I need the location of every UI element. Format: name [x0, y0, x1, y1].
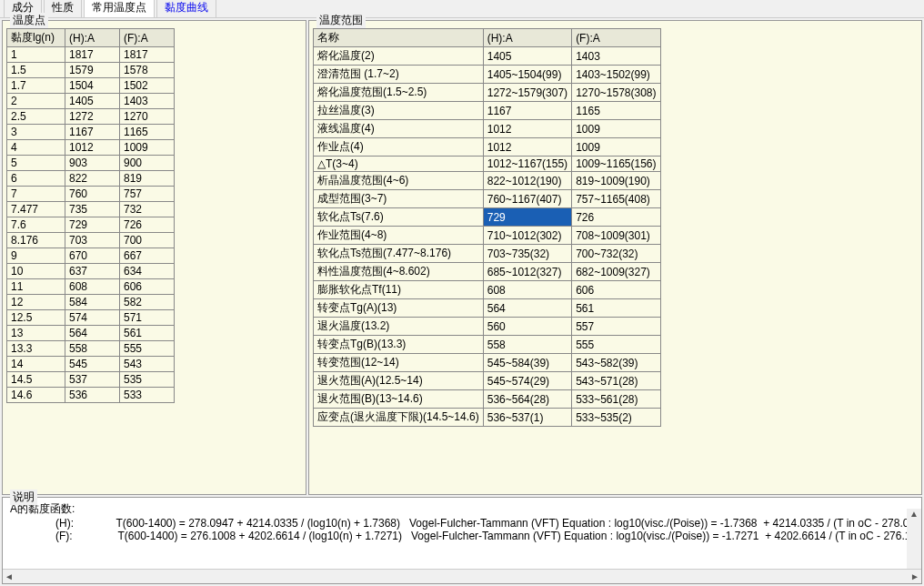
- table-cell[interactable]: 634: [120, 264, 175, 279]
- table-row[interactable]: 6822819: [7, 171, 175, 187]
- scroll-right-icon[interactable]: ►: [910, 571, 919, 581]
- right-col-header[interactable]: (H):A: [483, 29, 571, 47]
- table-cell[interactable]: 1009: [120, 140, 175, 156]
- table-cell[interactable]: 1405: [65, 94, 120, 109]
- table-cell[interactable]: 819~1009(190): [572, 172, 660, 190]
- table-cell[interactable]: 2: [7, 94, 65, 109]
- table-row[interactable]: 2.512721270: [7, 109, 175, 125]
- table-cell[interactable]: 1817: [120, 47, 175, 63]
- table-cell[interactable]: 822: [65, 171, 120, 187]
- table-cell[interactable]: 转变范围(12~14): [314, 354, 484, 372]
- table-cell[interactable]: 682~1009(327): [572, 263, 660, 281]
- table-row[interactable]: 液线温度(4)10121009: [314, 120, 661, 138]
- table-cell[interactable]: 熔化温度(2): [314, 47, 484, 66]
- table-row[interactable]: 12.5574571: [7, 310, 175, 326]
- table-cell[interactable]: 533~561(28): [572, 390, 660, 409]
- table-cell[interactable]: 670: [65, 248, 120, 264]
- table-cell[interactable]: 转变点Tg(A)(13): [314, 299, 484, 318]
- table-cell[interactable]: 1405: [483, 47, 571, 66]
- table-cell[interactable]: 555: [572, 336, 660, 354]
- table-cell[interactable]: 液线温度(4): [314, 120, 484, 138]
- table-cell[interactable]: 564: [483, 299, 571, 318]
- table-cell[interactable]: 14.5: [7, 372, 65, 388]
- table-cell[interactable]: 1272~1579(307): [483, 84, 571, 102]
- table-cell[interactable]: 1012: [65, 140, 120, 156]
- table-cell[interactable]: 708~1009(301): [572, 227, 660, 245]
- table-cell[interactable]: 退火范围(B)(13~14.6): [314, 390, 484, 409]
- right-col-header[interactable]: (F):A: [572, 29, 660, 47]
- table-cell[interactable]: 561: [572, 299, 660, 318]
- tab-properties[interactable]: 性质: [44, 0, 82, 17]
- table-cell[interactable]: 1270: [120, 109, 175, 125]
- table-row[interactable]: 退火温度(13.2)560557: [314, 318, 661, 336]
- table-cell[interactable]: 536~537(1): [483, 409, 571, 427]
- table-cell[interactable]: 1504: [65, 78, 120, 94]
- table-cell[interactable]: 584: [65, 295, 120, 310]
- table-row[interactable]: 拉丝温度(3)11671165: [314, 102, 661, 120]
- table-cell[interactable]: 558: [483, 336, 571, 354]
- table-row[interactable]: 13564561: [7, 326, 175, 341]
- table-cell[interactable]: 7.477: [7, 202, 65, 217]
- table-row[interactable]: 311671165: [7, 125, 175, 140]
- table-cell[interactable]: 543~582(39): [572, 354, 660, 372]
- table-row[interactable]: 析晶温度范围(4~6)822~1012(190)819~1009(190): [314, 172, 661, 190]
- table-cell[interactable]: 成型范围(3~7): [314, 190, 484, 208]
- table-cell[interactable]: 软化点Ts(7.6): [314, 208, 484, 227]
- table-cell[interactable]: 澄清范围 (1.7~2): [314, 66, 484, 84]
- table-cell[interactable]: 574: [65, 310, 120, 326]
- table-cell[interactable]: 726: [120, 217, 175, 233]
- table-cell[interactable]: 543: [120, 357, 175, 372]
- table-row[interactable]: 7.6729726: [7, 217, 175, 233]
- table-cell[interactable]: 703: [65, 233, 120, 248]
- table-cell[interactable]: 537: [65, 372, 120, 388]
- table-row[interactable]: 5903900: [7, 156, 175, 171]
- table-cell[interactable]: 1578: [120, 63, 175, 78]
- table-cell[interactable]: 13: [7, 326, 65, 341]
- table-cell[interactable]: 757: [120, 187, 175, 202]
- tab-temperature-points[interactable]: 常用温度点: [84, 0, 155, 17]
- left-table-wrap[interactable]: 黏度lg(n)(H):A(F):A 1181718171.5157915781.…: [3, 26, 306, 494]
- table-row[interactable]: 12584582: [7, 295, 175, 310]
- table-cell[interactable]: 757~1165(408): [572, 190, 660, 208]
- table-cell[interactable]: 729: [483, 208, 571, 227]
- table-cell[interactable]: 1579: [65, 63, 120, 78]
- table-cell[interactable]: 735: [65, 202, 120, 217]
- table-cell[interactable]: 1167: [65, 125, 120, 140]
- table-row[interactable]: 1.515791578: [7, 63, 175, 78]
- table-row[interactable]: 熔化温度(2)14051403: [314, 47, 661, 66]
- table-cell[interactable]: 606: [572, 281, 660, 299]
- table-cell[interactable]: 555: [120, 341, 175, 357]
- table-row[interactable]: 14.6536533: [7, 388, 175, 403]
- table-row[interactable]: 9670667: [7, 248, 175, 264]
- table-cell[interactable]: 637: [65, 264, 120, 279]
- table-cell[interactable]: 536~564(28): [483, 390, 571, 409]
- table-cell[interactable]: 760: [65, 187, 120, 202]
- table-cell[interactable]: 5: [7, 156, 65, 171]
- table-cell[interactable]: 12: [7, 295, 65, 310]
- table-cell[interactable]: 545~574(29): [483, 372, 571, 390]
- table-row[interactable]: 8.176703700: [7, 233, 175, 248]
- table-cell[interactable]: 822~1012(190): [483, 172, 571, 190]
- table-cell[interactable]: 1: [7, 47, 65, 63]
- table-cell[interactable]: 545: [65, 357, 120, 372]
- table-row[interactable]: 软化点Ts(7.6)729726: [314, 208, 661, 227]
- table-cell[interactable]: 700~732(32): [572, 245, 660, 263]
- desc-vertical-scrollbar[interactable]: ▲: [907, 509, 921, 569]
- table-cell[interactable]: 819: [120, 171, 175, 187]
- table-cell[interactable]: 560: [483, 318, 571, 336]
- table-cell[interactable]: 1012~1167(155): [483, 157, 571, 172]
- table-cell[interactable]: 545~584(39): [483, 354, 571, 372]
- table-cell[interactable]: 11: [7, 279, 65, 295]
- table-cell[interactable]: 606: [120, 279, 175, 295]
- table-cell[interactable]: 1.5: [7, 63, 65, 78]
- table-cell[interactable]: 557: [572, 318, 660, 336]
- table-cell[interactable]: 转变点Tg(B)(13.3): [314, 336, 484, 354]
- table-cell[interactable]: 1817: [65, 47, 120, 63]
- table-cell[interactable]: 533: [120, 388, 175, 403]
- table-cell[interactable]: 729: [65, 217, 120, 233]
- table-cell[interactable]: 1.7: [7, 78, 65, 94]
- table-row[interactable]: 1.715041502: [7, 78, 175, 94]
- table-row[interactable]: 作业范围(4~8)710~1012(302)708~1009(301): [314, 227, 661, 245]
- table-row[interactable]: 转变点Tg(B)(13.3)558555: [314, 336, 661, 354]
- table-cell[interactable]: 13.3: [7, 341, 65, 357]
